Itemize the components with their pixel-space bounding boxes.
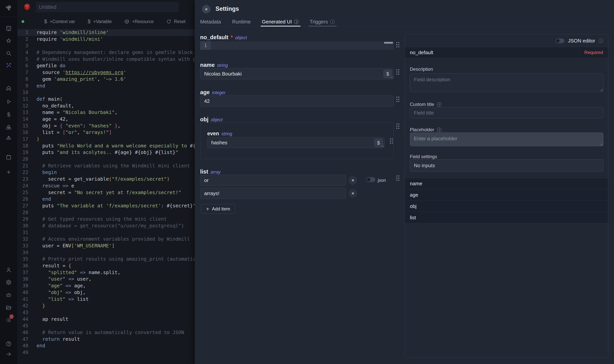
sidebar-rail: $ — [0, 0, 17, 364]
json-toggle-label: json — [378, 178, 386, 183]
toolbar-buttons: $+Context var$+Variable+ResourceReset — [34, 19, 185, 25]
json-mode-toggle[interactable] — [366, 177, 375, 182]
field-label-list: list array — [200, 169, 221, 175]
folder-open-icon[interactable] — [5, 304, 12, 311]
script-title-input[interactable]: Untitled — [36, 2, 179, 12]
json-editor-toggle[interactable] — [555, 39, 564, 43]
schedules-pyramid-icon[interactable] — [5, 134, 12, 142]
required-asterisk: * — [231, 34, 233, 40]
tab-metadata[interactable]: Metadata — [200, 17, 221, 26]
remove-item-icon[interactable]: × — [349, 189, 357, 198]
insert-variable-dollar-button[interactable]: $ — [383, 70, 392, 78]
name-input[interactable]: Nicolas Bourbaki $ — [200, 68, 394, 79]
resources-cubes-icon[interactable] — [5, 124, 12, 131]
status-dot-icon — [22, 20, 24, 23]
age-input[interactable]: 42 — [200, 95, 394, 107]
variables-dollar-icon[interactable]: $ — [5, 111, 12, 118]
drag-handle-list[interactable] — [396, 175, 397, 176]
search-icon[interactable] — [5, 50, 12, 57]
calendar-icon[interactable] — [5, 154, 12, 161]
resize-handle[interactable] — [600, 89, 603, 91]
selected-field-row[interactable]: no_default Required — [405, 47, 608, 58]
insert-variable-dollar-button[interactable]: $ — [374, 139, 383, 147]
settings-title: Settings — [215, 5, 239, 12]
tab-runtime[interactable]: Runtime — [232, 17, 251, 26]
add-plus-icon[interactable] — [5, 169, 12, 176]
audit-list-icon[interactable] — [5, 317, 12, 324]
drag-handle-even[interactable] — [390, 138, 391, 139]
field-settings-box: No inputs — [410, 159, 603, 172]
field-rows-list: nameageobjlist — [405, 178, 608, 223]
app-window: Untitled $+Context var$+Variable+Resourc… — [0, 0, 614, 364]
no-default-json-input[interactable]: 1 — [200, 41, 394, 50]
tab-triggers[interactable]: Triggersi — [310, 17, 335, 26]
settings-gear-icon[interactable] — [5, 279, 12, 286]
field-settings-panel: JSON editor i no_default Required Descri… — [405, 34, 608, 357]
info-icon[interactable]: i — [294, 20, 299, 24]
obj-object-group: even string hashes $ — [200, 122, 394, 159]
settings-tabs: MetadataRuntimeGenerated UIiTriggersi — [195, 17, 614, 26]
list-item-input[interactable]: or — [200, 175, 346, 186]
plus-icon: + — [206, 206, 209, 212]
robot-bot-icon[interactable] — [5, 292, 12, 299]
toolbar-button-reset[interactable]: Reset — [166, 19, 185, 24]
field-row-list[interactable]: list — [405, 212, 608, 223]
help-question-icon[interactable] — [5, 340, 12, 347]
settings-drawer: × Settings MetadataRuntimeGenerated UIiT… — [195, 0, 614, 364]
drag-handle-no-default[interactable] — [396, 42, 397, 43]
json-editor-toggle-row: JSON editor i — [555, 38, 603, 44]
field-label-obj: obj object — [200, 116, 222, 123]
toolbar-button--variable[interactable]: $+Variable — [88, 19, 112, 25]
even-input[interactable]: hashes $ — [207, 137, 384, 148]
resize-handle[interactable] — [600, 143, 603, 145]
remove-item-icon[interactable]: × — [349, 176, 357, 185]
drag-handle-obj[interactable] — [396, 124, 397, 125]
field-row-name[interactable]: name — [405, 178, 608, 189]
mini-editor-line-number: 1 — [200, 41, 211, 50]
field-label-no-default: no_default* object — [200, 34, 247, 40]
required-badge: Required — [584, 50, 603, 55]
mini-editor-scrollbar[interactable] — [384, 42, 393, 44]
description-label: Description — [410, 66, 433, 72]
runs-play-icon[interactable] — [5, 98, 12, 105]
workspace-building-icon[interactable] — [5, 25, 12, 32]
field-row-age[interactable]: age — [405, 189, 608, 201]
info-icon[interactable]: i — [437, 128, 441, 132]
custom-title-label: Custom title i — [410, 102, 441, 107]
collapse-arrow-right-icon[interactable] — [5, 351, 12, 358]
drag-handle-name[interactable] — [396, 69, 397, 70]
custom-title-input[interactable]: Field title — [410, 107, 603, 118]
placeholder-label: Placeholder i — [410, 127, 441, 132]
json-editor-label: JSON editor — [568, 38, 595, 44]
description-textarea[interactable]: Field description — [410, 73, 603, 92]
field-settings-label: Field settings — [410, 154, 437, 159]
windmill-logo-icon[interactable] — [5, 4, 12, 11]
notification-badge — [9, 314, 14, 319]
add-item-button[interactable]: + Add item — [201, 204, 235, 214]
info-icon[interactable]: i — [330, 20, 335, 24]
field-label-age: age integer — [200, 89, 225, 95]
info-icon[interactable]: i — [437, 102, 441, 107]
user-person-icon[interactable] — [5, 266, 12, 273]
tab-generated-ui[interactable]: Generated UIi — [262, 17, 299, 26]
field-label-even: even string — [207, 131, 232, 137]
rail-divider — [0, 17, 17, 17]
close-icon[interactable]: × — [202, 5, 210, 13]
list-item-input[interactable]: arrays! — [200, 188, 346, 199]
field-label-name: name string — [200, 62, 228, 68]
drag-handle-age[interactable] — [396, 97, 397, 98]
ruby-language-icon — [23, 3, 32, 12]
field-row-obj[interactable]: obj — [405, 201, 608, 212]
toolbar-button--context-var[interactable]: $+Context var — [44, 19, 75, 25]
toolbar-button--resource[interactable]: +Resource — [124, 19, 154, 24]
placeholder-textarea[interactable]: Enter a placeholder — [410, 132, 603, 146]
favorites-star-icon[interactable] — [5, 37, 12, 44]
info-icon[interactable]: i — [599, 39, 603, 43]
ai-magic-wand-icon[interactable] — [5, 62, 12, 69]
home-icon[interactable] — [5, 85, 12, 91]
